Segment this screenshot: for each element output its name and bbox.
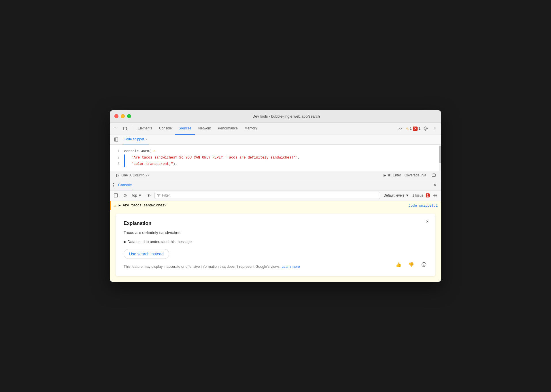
run-button[interactable]: ▶ ⌘+Enter (384, 173, 401, 177)
svg-rect-2 (115, 127, 116, 127)
title-bar: DevTools - bubble-jingle.web.app/search (110, 110, 441, 123)
code-line-1: 1 console.warn( ⚠ (110, 148, 441, 154)
sidebar-toggle-btn[interactable] (112, 192, 120, 199)
error-count: 1 (418, 127, 420, 131)
run-icon: ▶ (384, 173, 386, 177)
more-tabs-icon[interactable]: >> (396, 125, 404, 133)
code-scrollbar[interactable] (439, 145, 441, 171)
explanation-body: Tacos are definitely sandwiches! (124, 230, 427, 235)
svg-rect-9 (432, 174, 435, 176)
console-toolbar: ⊘ top ▼ 👁 Default levels ▼ 1 Issue: 1 (110, 191, 441, 201)
code-editor-area: 1 console.warn( ⚠ 2 "Are tacos sandwiche… (110, 145, 441, 171)
svg-rect-0 (114, 127, 115, 127)
cursor-position: Line 3, Column 27 (121, 173, 149, 177)
clear-console-btn[interactable]: ⊘ (121, 192, 129, 199)
levels-arrow: ▼ (405, 193, 409, 197)
traffic-lights (114, 114, 131, 118)
device-toolbar-icon[interactable] (121, 125, 129, 133)
report-btn[interactable] (419, 260, 429, 269)
explanation-wrap: × Explanation Tacos are definitely sandw… (110, 210, 441, 282)
thumbs-down-btn[interactable]: 👎 (407, 260, 416, 269)
top-toolbar: Elements Console Sources Network Perform… (110, 123, 441, 135)
settings-icon[interactable] (422, 125, 430, 133)
devtools-panel: Elements Console Sources Network Perform… (110, 123, 441, 282)
svg-rect-10 (114, 194, 118, 197)
status-bar-right: ▶ ⌘+Enter Coverage: n/a (384, 171, 438, 179)
svg-rect-3 (115, 128, 116, 128)
feedback-icons: 👍 👎 (394, 260, 429, 269)
context-dropdown[interactable]: top ▼ (131, 193, 144, 198)
console-warn-text: ▶ Are tacos sandwiches? (119, 203, 406, 208)
code-content-3: "color:transparent;" (127, 161, 173, 167)
format-icon[interactable]: {} (113, 171, 121, 179)
console-tab-title[interactable]: Console (118, 180, 133, 190)
console-panel-header: Console × (110, 180, 441, 191)
warning-count: 1 (410, 127, 412, 131)
levels-dropdown[interactable]: Default levels ▼ (382, 193, 411, 198)
learn-more-link[interactable]: Learn more (282, 265, 300, 269)
svg-rect-1 (114, 128, 115, 128)
use-search-button[interactable]: Use search instead (124, 249, 169, 259)
explanation-card: × Explanation Tacos are definitely sandw… (116, 214, 435, 276)
explanation-close-btn[interactable]: × (424, 218, 431, 225)
more-options-icon[interactable]: ⋮ (431, 125, 439, 133)
console-menu-icon[interactable] (112, 182, 115, 189)
issue-count: 1 (426, 193, 430, 197)
coverage-label: Coverage: n/a (405, 173, 426, 177)
console-content: ⚠ ▶ Are tacos sandwiches? Code snippet:1… (110, 201, 441, 282)
tab-network[interactable]: Network (195, 123, 214, 135)
svg-rect-5 (126, 128, 127, 130)
error-icon: ✕ (413, 127, 418, 131)
filter-input[interactable] (162, 193, 378, 197)
divider (132, 126, 132, 131)
snippet-tab-close[interactable]: × (146, 137, 148, 141)
data-toggle[interactable]: ▶ Data used to understand this message (124, 240, 427, 244)
code-snippet-link[interactable]: Code snippet:1 (409, 203, 438, 208)
eye-icon-btn[interactable]: 👁 (145, 192, 153, 199)
run-hint: ⌘+Enter (387, 173, 401, 177)
console-close-icon[interactable]: × (431, 181, 439, 189)
code-line-2: 2 "Are tacos sandwiches? %c YOU CAN ONLY… (110, 154, 441, 161)
snippet-tab-label: Code snippet (124, 137, 144, 141)
tab-memory[interactable]: Memory (241, 123, 261, 135)
svg-marker-12 (157, 194, 160, 197)
disclaimer-text: This feature may display inaccurate or o… (124, 264, 427, 270)
console-settings-btn[interactable] (431, 192, 439, 199)
svg-point-6 (425, 128, 427, 129)
code-content-2: "Are tacos sandwiches? %c YOU CAN ONLY R… (127, 154, 298, 161)
tab-performance[interactable]: Performance (214, 123, 241, 135)
code-editor[interactable]: 1 console.warn( ⚠ 2 "Are tacos sandwiche… (110, 145, 441, 171)
code-content-1: console.warn( ⚠ (124, 148, 441, 154)
code-snippet-tab[interactable]: Code snippet × (122, 135, 149, 144)
sidebar-toggle-icon[interactable] (112, 135, 120, 144)
svg-point-13 (435, 195, 436, 196)
tab-console[interactable]: Console (156, 123, 175, 135)
filter-icon (157, 194, 161, 197)
warning-badge[interactable]: ⚠ 1 (405, 127, 412, 131)
line-number-3: 3 (110, 161, 124, 167)
close-traffic-light[interactable] (114, 114, 118, 118)
default-levels-label: Default levels (384, 193, 404, 197)
tab-elements[interactable]: Elements (134, 123, 156, 135)
fullscreen-traffic-light[interactable] (127, 114, 131, 118)
cursor-icon[interactable] (112, 125, 120, 133)
issue-count-badge[interactable]: 1 Issue: 1 (412, 193, 430, 197)
explanation-title: Explanation (124, 220, 427, 226)
line-number-2: 2 (110, 154, 124, 161)
console-warn-row: ⚠ ▶ Are tacos sandwiches? Code snippet:1 (110, 201, 441, 210)
error-badge[interactable]: ✕ 1 (413, 127, 420, 131)
screenshot-icon[interactable] (430, 171, 438, 179)
top-label: top (132, 193, 137, 197)
svg-rect-7 (114, 138, 118, 141)
thumbs-up-btn[interactable]: 👍 (394, 260, 403, 269)
tab-navigation: Elements Console Sources Network Perform… (134, 123, 261, 135)
window-title: DevTools - bubble-jingle.web.app/search (136, 114, 437, 118)
filter-input-wrap (154, 192, 380, 199)
minimize-traffic-light[interactable] (121, 114, 125, 118)
status-bar: {} Line 3, Column 27 ▶ ⌘+Enter Coverage:… (110, 171, 441, 180)
svg-rect-4 (124, 127, 126, 130)
issue-label: 1 Issue: (412, 193, 424, 197)
dropdown-arrow: ▼ (138, 193, 142, 197)
tab-sources[interactable]: Sources (175, 123, 195, 135)
snippet-tabbar: Code snippet × (110, 135, 441, 145)
